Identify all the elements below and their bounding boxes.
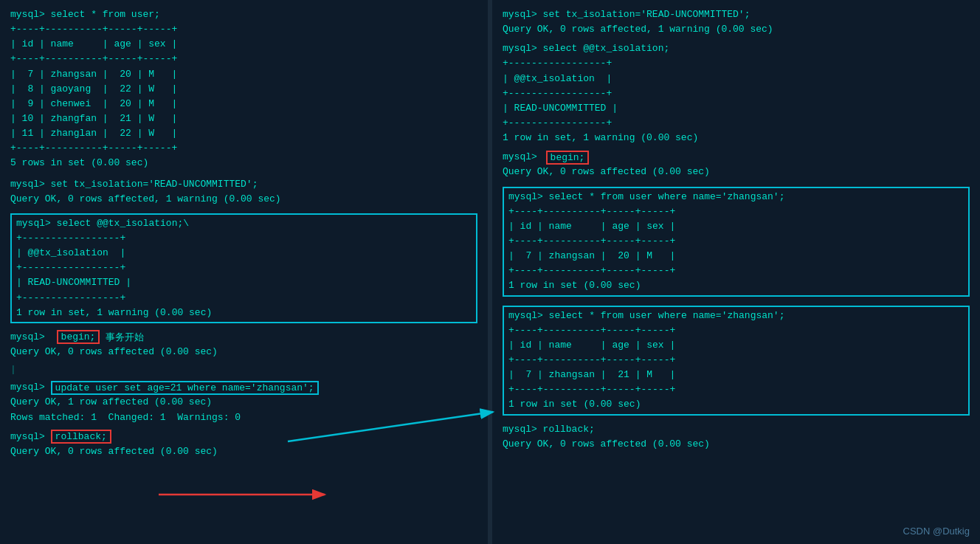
left-set-isolation: mysql> set tx_isolation='READ-UNCOMMITTE…: [10, 177, 477, 192]
left-update-prompt: mysql>: [10, 380, 51, 395]
left-box1-line2: +-----------------+: [16, 231, 472, 246]
left-begin-label: 事务开始: [106, 331, 144, 344]
left-update-result1: Query OK, 1 row affected (0.00 sec): [10, 395, 477, 410]
right-box3-row: | 7 | zhangsan | 21 | M |: [508, 368, 964, 382]
right-box3-count: 1 row in set (0.00 sec): [508, 397, 964, 412]
left-box1-line1: mysql> select @@tx_isolation;\: [16, 216, 472, 231]
watermark: CSDN @Dutkig: [903, 526, 970, 537]
right-box3-b1: +----+----------+-----+-----+: [508, 323, 964, 338]
right-box2-b3: +----+----------+-----+-----+: [508, 264, 964, 278]
left-update-highlight: update user set age=21 where name='zhang…: [51, 381, 319, 395]
left-cursor-prompt: |: [10, 362, 16, 377]
right-iso-val: | READ-UNCOMMITTED |: [503, 101, 970, 116]
right-box2-row: | 7 | zhangsan | 20 | M |: [508, 249, 964, 264]
right-box2-count: 1 row in set (0.00 sec): [508, 278, 964, 293]
left-line-1: mysql> select * from user;: [10, 7, 477, 22]
left-cursor-row: |: [10, 362, 477, 377]
left-initial-query: mysql> select * from user; +----+-------…: [10, 7, 477, 171]
left-isolation-box: mysql> select @@tx_isolation;\ +--------…: [10, 213, 477, 323]
right-box3-b3: +----+----------+-----+-----+: [508, 382, 964, 397]
right-box2-b2: +----+----------+-----+-----+: [508, 234, 964, 249]
left-line-7: | 9 | chenwei | 20 | M |: [10, 97, 477, 111]
left-box1-line3: | @@tx_isolation |: [16, 246, 472, 261]
right-iso-rowcount: 1 row in set, 1 warning (0.00 sec): [503, 131, 970, 145]
left-update-row: mysql> update user set age=21 where name…: [10, 380, 477, 395]
right-iso-col: | @@tx_isolation |: [503, 72, 970, 86]
left-begin-result: Query OK, 0 rows affected (0.00 sec): [10, 345, 477, 359]
right-iso-border3: +-----------------+: [503, 116, 970, 131]
right-box2-title: mysql> select * from user where name='zh…: [508, 190, 964, 204]
right-begin-row: mysql> begin;: [503, 150, 970, 165]
left-line-4: +----+----------+-----+-----+: [10, 52, 477, 66]
left-line-2: +----+----------+-----+-----+: [10, 22, 477, 37]
left-line-3: | id | name | age | sex |: [10, 37, 477, 52]
right-set-result: Query OK, 0 rows affected, 1 warning (0.…: [503, 22, 970, 37]
left-panel: mysql> select * from user; +----+-------…: [0, 0, 488, 544]
left-line-9: | 11 | zhanglan | 22 | W |: [10, 126, 477, 141]
left-begin-prompt: mysql>: [10, 330, 51, 345]
left-rollback-prompt: mysql>: [10, 430, 51, 444]
right-begin-result: Query OK, 0 rows affected (0.00 sec): [503, 165, 970, 179]
right-begin-prompt: mysql>: [503, 150, 543, 165]
right-box3-b2: +----+----------+-----+-----+: [508, 353, 964, 368]
left-box1-line7: 1 row in set, 1 warning (0.00 sec): [16, 306, 472, 320]
left-begin-highlight: begin;: [57, 330, 100, 344]
right-box2-b1: +----+----------+-----+-----+: [508, 204, 964, 219]
right-iso-border2: +-----------------+: [503, 86, 970, 101]
right-box3-title: mysql> select * from user where name='zh…: [508, 309, 964, 323]
left-line-6: | 8 | gaoyang | 22 | W |: [10, 82, 477, 97]
left-rollback-row: mysql> rollback;: [10, 430, 477, 444]
right-iso-border1: +-----------------+: [503, 56, 970, 71]
right-rollback: mysql> rollback;: [503, 422, 970, 437]
left-rollback-highlight: rollback;: [51, 430, 111, 444]
left-box1-line4: +-----------------+: [16, 261, 472, 275]
right-box3-header: | id | name | age | sex |: [508, 338, 964, 353]
left-line-11: 5 rows in set (0.00 sec): [10, 156, 477, 171]
right-select-box2: mysql> select * from user where name='zh…: [503, 306, 970, 416]
right-set-isolation: mysql> set tx_isolation='READ-UNCOMMITTE…: [503, 7, 970, 22]
left-set-isolation-result: Query OK, 0 rows affected, 1 warning (0.…: [10, 192, 477, 207]
left-line-8: | 10 | zhangfan | 21 | W |: [10, 111, 477, 126]
left-rollback-result: Query OK, 0 rows affected (0.00 sec): [10, 444, 477, 459]
left-line-5: | 7 | zhangsan | 20 | M |: [10, 67, 477, 82]
right-select-isolation: mysql> select @@tx_isolation;: [503, 41, 970, 56]
left-box1-line5: | READ-UNCOMMITTED |: [16, 275, 472, 290]
left-box1-line6: +-----------------+: [16, 291, 472, 306]
left-begin-row: mysql> begin; 事务开始: [10, 330, 477, 345]
right-rollback-result: Query OK, 0 rows affected (0.00 sec): [503, 437, 970, 452]
left-line-10: +----+----------+-----+-----+: [10, 141, 477, 156]
right-box2-header: | id | name | age | sex |: [508, 219, 964, 234]
right-begin-highlight: begin;: [546, 151, 590, 165]
left-update-result2: Rows matched: 1 Changed: 1 Warnings: 0: [10, 410, 477, 425]
main-container: mysql> select * from user; +----+-------…: [0, 0, 980, 544]
right-select-box1: mysql> select * from user where name='zh…: [503, 187, 970, 297]
right-panel: mysql> set tx_isolation='READ-UNCOMMITTE…: [492, 0, 980, 544]
